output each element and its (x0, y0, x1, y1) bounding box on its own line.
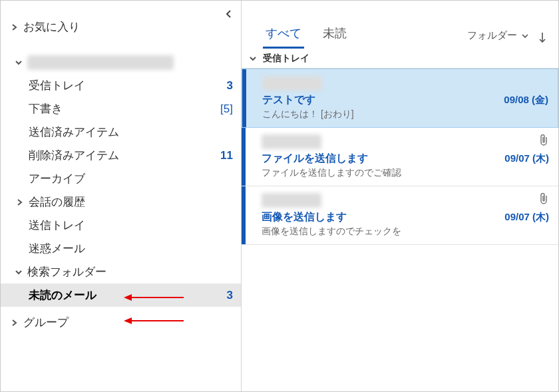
annotation-arrow-icon (124, 294, 184, 301)
folder-label: 会話の履歴 (29, 194, 85, 210)
search-folder-unread[interactable]: 未読のメール 3 (1, 284, 241, 307)
folder-label: 迷惑メール (29, 241, 85, 256)
message-date: 09/08 (金) (504, 94, 548, 106)
tab-all[interactable]: すべて (263, 19, 304, 49)
attachment-icon (540, 193, 549, 208)
folder-label: 下書き (29, 101, 63, 116)
folder-sidebar: お気に入り 受信トレイ 3 下書き [5] 送信済みアイテム 削除済みアイテム … (1, 1, 242, 391)
folder-count: 11 (210, 149, 233, 162)
annotation-arrow-icon (124, 317, 184, 325)
folder-conversation-history[interactable]: 会話の履歴 (1, 190, 241, 214)
folder-inbox[interactable]: 受信トレイ 3 (1, 74, 241, 97)
message-sender-redacted (262, 193, 321, 208)
favorites-label: お気に入り (23, 19, 80, 35)
app-root: お気に入り 受信トレイ 3 下書き [5] 送信済みアイテム 削除済みアイテム … (0, 0, 559, 392)
folder-count: 3 (210, 289, 233, 302)
sort-direction-button[interactable] (538, 33, 546, 41)
svg-marker-1 (124, 294, 132, 301)
message-preview: 画像を送信しますのでチェックを (262, 226, 549, 238)
folder-deleted[interactable]: 削除済みアイテム 11 (1, 144, 241, 167)
message-subject: テストです (262, 93, 315, 107)
folder-label: 受信トレイ (29, 78, 85, 93)
message-subject: ファイルを送信します (262, 152, 368, 166)
account-header[interactable] (1, 51, 241, 74)
chevron-right-icon (15, 198, 25, 207)
chevron-down-icon (521, 32, 529, 40)
message-list: テストです 09/08 (金) こんにちは！ [おわり] ファイルを送信します … (242, 69, 558, 245)
attachment-icon (540, 134, 549, 149)
chevron-down-icon (14, 268, 23, 277)
message-date: 09/07 (木) (504, 152, 549, 165)
folder-drafts[interactable]: 下書き [5] (1, 97, 241, 120)
chevron-right-icon (10, 23, 19, 32)
message-item[interactable]: テストです 09/08 (金) こんにちは！ [おわり] (242, 69, 558, 128)
folder-archive[interactable]: アーカイブ (1, 167, 241, 190)
section-header-inbox[interactable]: 受信トレイ (242, 49, 558, 69)
message-filter-tabs: すべて 未読 フォルダー (242, 1, 558, 49)
folder-label: 削除済みアイテム (29, 148, 119, 163)
svg-marker-3 (124, 317, 132, 324)
favorites-header[interactable]: お気に入り (1, 15, 241, 39)
folder-label: アーカイブ (29, 171, 85, 186)
section-header-label: 受信トレイ (263, 53, 309, 65)
groups-header[interactable]: グループ (1, 311, 241, 334)
folder-junk[interactable]: 迷惑メール (1, 237, 241, 260)
message-list-pane: すべて 未読 フォルダー 受信トレイ (242, 1, 558, 391)
folder-label: 未読のメール (29, 288, 96, 303)
tab-unread[interactable]: 未読 (320, 19, 349, 49)
search-folders-header[interactable]: 検索フォルダー (1, 260, 241, 284)
chevron-down-icon (14, 58, 23, 67)
account-name-redacted (27, 55, 174, 70)
folder-count: 3 (210, 79, 233, 93)
folder-label: 送信済みアイテム (29, 124, 119, 140)
folder-label: 送信トレイ (29, 218, 85, 233)
chevron-right-icon (10, 318, 19, 327)
message-sender-redacted (262, 134, 321, 149)
message-subject: 画像を送信します (262, 210, 347, 224)
folder-sent[interactable]: 送信済みアイテム (1, 120, 241, 144)
sort-dropdown[interactable]: フォルダー (467, 29, 538, 49)
message-date: 09/07 (木) (504, 211, 549, 224)
search-folders-label: 検索フォルダー (27, 264, 106, 280)
message-sender-redacted (262, 76, 322, 91)
groups-label: グループ (23, 315, 69, 330)
folder-outbox[interactable]: 送信トレイ (1, 214, 241, 237)
message-item[interactable]: 画像を送信します 09/07 (木) 画像を送信しますのでチェックを (242, 186, 558, 245)
message-item[interactable]: ファイルを送信します 09/07 (木) ファイルを送信しますのでご確認 (242, 128, 558, 186)
chevron-down-icon (248, 54, 258, 63)
message-preview: こんにちは！ [おわり] (262, 108, 548, 120)
folder-count: [5] (210, 102, 233, 116)
sort-label-text: フォルダー (467, 29, 517, 42)
message-preview: ファイルを送信しますのでご確認 (262, 167, 549, 179)
